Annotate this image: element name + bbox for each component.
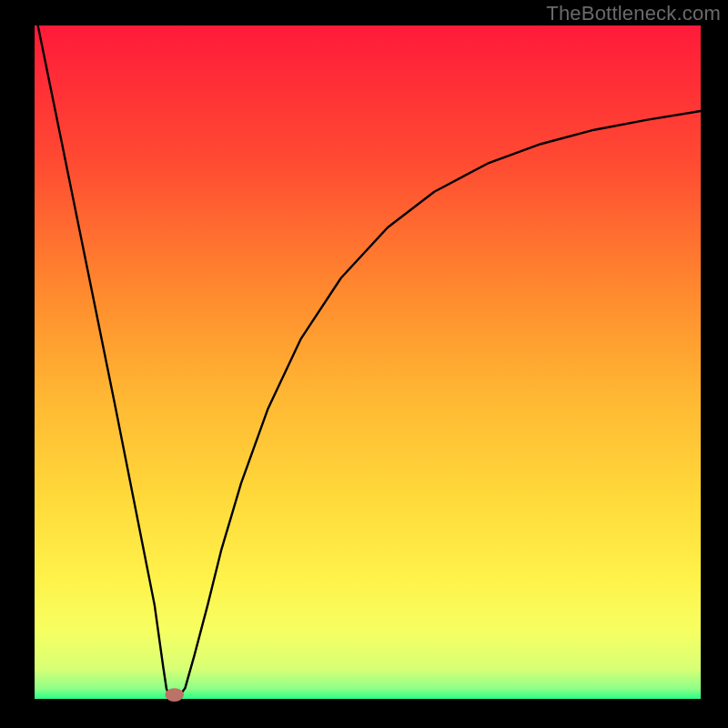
bottleneck-chart (0, 0, 728, 728)
plot-background (35, 25, 701, 699)
chart-frame: TheBottleneck.com (0, 0, 728, 728)
optimal-point-marker (165, 688, 183, 702)
